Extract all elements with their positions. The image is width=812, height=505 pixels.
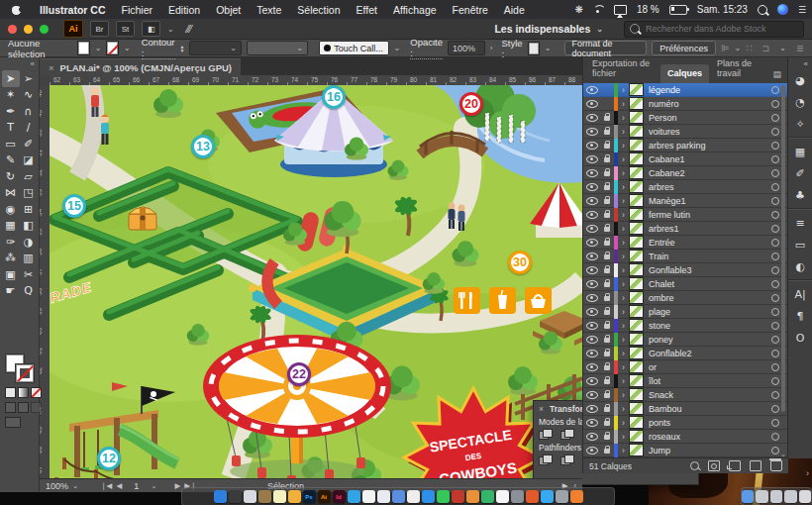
- dock-app-finder[interactable]: [214, 490, 227, 503]
- visibility-toggle[interactable]: [583, 391, 600, 399]
- opacity-more-icon[interactable]: ›: [490, 44, 493, 52]
- layer-name[interactable]: Snack: [644, 390, 771, 400]
- menu-objet[interactable]: Objet: [208, 4, 249, 16]
- character-panel-icon[interactable]: A|: [788, 283, 812, 305]
- lasso-tool[interactable]: ∿: [20, 87, 38, 104]
- layer-row-poney[interactable]: ›poney: [583, 333, 788, 347]
- shape-builder-tool[interactable]: ◉: [2, 201, 20, 218]
- expand-icon[interactable]: ›: [618, 113, 629, 123]
- layer-row-plage[interactable]: ›plage: [583, 305, 788, 319]
- visibility-toggle[interactable]: [583, 322, 600, 330]
- target-icon[interactable]: [771, 86, 779, 94]
- lock-toggle[interactable]: [600, 225, 614, 232]
- target-icon[interactable]: [771, 447, 779, 454]
- stroke-chevron-icon[interactable]: ⌄: [124, 44, 131, 52]
- dock-app-kaleidoscope[interactable]: [526, 490, 539, 503]
- dock-app-indesign[interactable]: Id: [333, 490, 346, 503]
- layer-thumbnail[interactable]: [629, 263, 644, 276]
- dots-grid-icon[interactable]: ∷: [746, 43, 752, 53]
- layer-name[interactable]: Entrée: [644, 238, 771, 248]
- target-icon[interactable]: [771, 169, 779, 177]
- layer-thumbnail[interactable]: [629, 194, 644, 207]
- lock-toggle[interactable]: [600, 197, 614, 204]
- draw-behind-button[interactable]: [18, 402, 29, 413]
- layer-row-gonflable2[interactable]: ›Gonflable2: [583, 347, 788, 360]
- expand-icon[interactable]: ›: [618, 307, 629, 317]
- dock-app-illustrator[interactable]: Ai: [318, 490, 331, 503]
- adobe-color-themes-icon[interactable]: ✧: [788, 113, 812, 135]
- lock-toggle[interactable]: [600, 322, 614, 329]
- target-icon[interactable]: [771, 377, 779, 385]
- visibility-toggle[interactable]: [583, 183, 600, 191]
- stroke-stepper[interactable]: ▲▼: [180, 45, 185, 52]
- rotate-tool[interactable]: ↻: [2, 168, 20, 185]
- opacity-label[interactable]: Opacité :: [410, 37, 443, 59]
- unite-icon[interactable]: [539, 429, 552, 440]
- zoom-level[interactable]: 100%: [46, 481, 68, 491]
- visibility-toggle[interactable]: [583, 225, 600, 233]
- fill-chevron-icon[interactable]: ⌄: [95, 44, 102, 52]
- expand-icon[interactable]: ›: [618, 154, 629, 164]
- line-segment-tool[interactable]: ∕: [20, 120, 38, 137]
- visibility-toggle[interactable]: [583, 377, 600, 385]
- layer-thumbnail[interactable]: [629, 208, 644, 221]
- lock-toggle[interactable]: [600, 308, 614, 315]
- layer-name[interactable]: Jump: [644, 446, 771, 455]
- minus-front-icon[interactable]: [560, 429, 573, 440]
- zoom-tool[interactable]: Q: [20, 283, 38, 300]
- expand-icon[interactable]: ›: [618, 196, 629, 206]
- document-tab[interactable]: × PLAN.ai* @ 100% (CMJN/Aperçu GPU): [40, 58, 241, 75]
- expand-icon[interactable]: ›: [618, 335, 629, 345]
- layer-name[interactable]: Chalet: [644, 279, 771, 289]
- panel-close-icon[interactable]: ×: [539, 404, 544, 414]
- layer-row--lot[interactable]: ›îlot: [583, 374, 788, 388]
- dock-app-itunes[interactable]: [496, 490, 509, 503]
- notification-center-icon[interactable]: ☰: [798, 5, 806, 15]
- dock-app-numbers[interactable]: [481, 490, 494, 503]
- dock-app-calendar[interactable]: [362, 490, 375, 503]
- layer-name[interactable]: Gonflable2: [644, 349, 771, 358]
- layer-name[interactable]: légende: [644, 85, 771, 95]
- siri-icon[interactable]: [777, 4, 788, 15]
- list-options-icon[interactable]: ≣: [796, 43, 804, 53]
- dock-app-textedit[interactable]: [377, 490, 390, 503]
- perspective-grid-tool[interactable]: ⊞: [20, 201, 38, 218]
- symbol-sprayer-tool[interactable]: ⁂: [2, 251, 20, 267]
- arrange-documents-button[interactable]: ▮▯: [142, 21, 160, 37]
- dock-app-appstore[interactable]: [541, 490, 554, 503]
- layer-name[interactable]: Train: [644, 252, 771, 261]
- panel-tab-exportation-de-fichier[interactable]: Exportation de fichier: [585, 54, 660, 83]
- gradient-panel-icon[interactable]: ▭: [788, 234, 812, 255]
- visibility-toggle[interactable]: [583, 155, 600, 163]
- brush-definition-dropdown[interactable]: Touch Call...: [319, 41, 388, 55]
- lock-toggle[interactable]: [600, 239, 614, 246]
- layer-thumbnail[interactable]: [629, 180, 644, 193]
- visibility-toggle[interactable]: [583, 308, 600, 316]
- preferences-button[interactable]: Préférences: [652, 41, 716, 55]
- layer-name[interactable]: arbres parking: [644, 141, 771, 151]
- width-tool[interactable]: ⋈: [2, 185, 20, 202]
- lock-toggle[interactable]: [600, 155, 614, 162]
- expand-icon[interactable]: ›: [618, 321, 629, 331]
- panel-dock-icon[interactable]: ⊐: [761, 43, 769, 53]
- layer-name[interactable]: Cabane1: [644, 154, 771, 164]
- lock-toggle[interactable]: [600, 114, 614, 121]
- layer-row-ferme-lutin[interactable]: ›ferme lutin: [583, 208, 788, 222]
- layer-thumbnail[interactable]: [629, 83, 644, 96]
- style-swatch[interactable]: [528, 42, 540, 55]
- visibility-toggle[interactable]: [583, 252, 600, 260]
- target-icon[interactable]: [771, 294, 779, 302]
- column-graph-tool[interactable]: ▥: [20, 251, 38, 267]
- airplay-icon[interactable]: [614, 5, 627, 15]
- dock-app-system-preferences[interactable]: [556, 490, 568, 503]
- target-icon[interactable]: [771, 252, 779, 260]
- artboard-number[interactable]: 1: [126, 481, 147, 491]
- layers-scrollbar[interactable]: ⌄: [780, 83, 786, 457]
- touch-workspace-icon[interactable]: ⁄⁄⁄: [181, 22, 198, 36]
- dock-app-mail[interactable]: [392, 490, 405, 503]
- fill-swatch[interactable]: [77, 41, 90, 55]
- color-guide-panel-icon[interactable]: ◔: [788, 91, 812, 113]
- dock-app-facetime[interactable]: [437, 490, 450, 503]
- menu-illustrator-cc[interactable]: Illustrator CC: [32, 4, 114, 16]
- layer-name[interactable]: arbres: [644, 182, 771, 192]
